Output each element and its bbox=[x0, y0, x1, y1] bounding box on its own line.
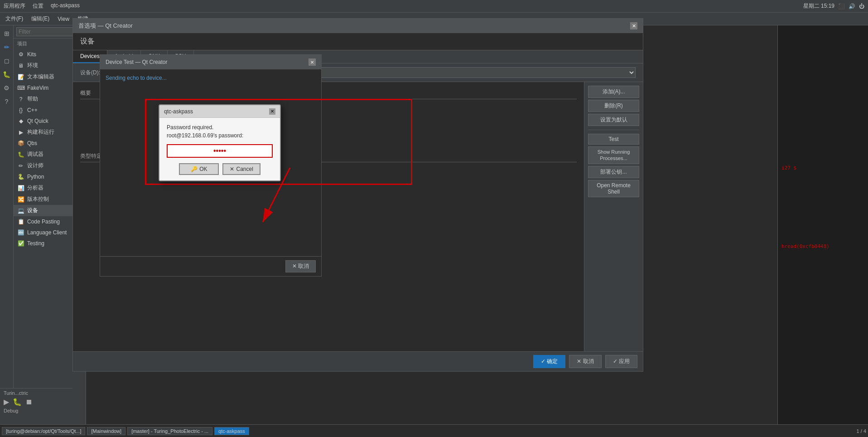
sidebar-label-help: 帮助 bbox=[27, 95, 38, 103]
sidebar-label-codepasting: Code Pasting bbox=[27, 218, 60, 225]
sidebar-label-python: Python bbox=[27, 174, 44, 180]
device-test-title: Device Test — Qt Creator bbox=[106, 59, 168, 65]
ok-checkmark-icon: 🔑 bbox=[191, 166, 198, 172]
device-test-close-button[interactable]: ✕ bbox=[309, 58, 316, 66]
deploy-key-button[interactable]: 部署公钥... bbox=[588, 166, 639, 178]
preferences-close-button[interactable]: ✕ bbox=[630, 25, 637, 29]
menu-edit[interactable]: 编辑(E) bbox=[28, 14, 53, 24]
python-icon: 🐍 bbox=[17, 173, 24, 180]
sidebar-label-languageclient: Language Client bbox=[27, 229, 67, 236]
askpass-title-bar: qtc-askpass ✕ bbox=[159, 105, 280, 118]
test-button[interactable]: Test bbox=[588, 134, 639, 145]
stop-icon[interactable]: ⏹ bbox=[25, 398, 33, 406]
app-menu[interactable]: 应用程序 bbox=[4, 2, 25, 10]
network-icon: ⬛ bbox=[838, 3, 845, 10]
sidebar-label-fakevim: FakeVim bbox=[27, 85, 48, 91]
askpass-ok-button[interactable]: 🔑 OK bbox=[179, 163, 219, 175]
debug-icons-row: ▶ 🐛 ⏹ bbox=[4, 398, 69, 406]
askpass-prompt-line2: root@192.168.0.69's password: bbox=[167, 132, 243, 139]
texteditor-icon: 📝 bbox=[17, 73, 24, 81]
taskbar-page-indicator: 1 / 4 bbox=[857, 428, 866, 434]
askpass-cancel-label: Cancel bbox=[236, 166, 253, 172]
sidebar-label-vcs: 版本控制 bbox=[27, 195, 49, 203]
menu-view[interactable]: View bbox=[54, 15, 73, 23]
sidebar-label-buildrun: 构建和运行 bbox=[27, 128, 54, 136]
add-device-button[interactable]: 添加(A)... bbox=[588, 86, 639, 98]
sidebar-label-qbs: Qbs bbox=[27, 140, 37, 146]
device-test-title-bar: Device Test — Qt Creator ✕ bbox=[100, 55, 321, 69]
sidebar-icon-debug[interactable]: 🐛 bbox=[0, 68, 13, 81]
askpass-password-input[interactable] bbox=[167, 144, 273, 158]
sidebar-icon-edit[interactable]: ✏ bbox=[0, 41, 13, 53]
terminal-line1: i27 $ bbox=[781, 165, 864, 171]
askpass-title: qtc-askpass bbox=[164, 108, 193, 115]
taskbar-item-terminal[interactable]: [turing@debian:/opt/Qt/Tools/Qt...] bbox=[2, 427, 85, 435]
sidebar-icon-projects[interactable]: ⚙ bbox=[0, 82, 13, 94]
kits-icon: ⚙ bbox=[17, 51, 24, 58]
remove-device-button[interactable]: 删除(R) bbox=[588, 100, 639, 112]
content-area: 首选项 — Qt Creator ✕ 设备 Devices Android QN… bbox=[86, 25, 868, 424]
sidebar-icon-welcome[interactable]: ⊞ bbox=[0, 27, 13, 40]
open-remote-shell-button[interactable]: Open Remote Shell bbox=[588, 180, 639, 197]
bottom-debug-panel: Turin...ctric ▶ 🐛 ⏹ Debug bbox=[0, 388, 72, 424]
askpass-body: Password required. root@192.168.0.69's p… bbox=[159, 118, 280, 180]
set-default-button[interactable]: 设置为默认 bbox=[588, 114, 639, 126]
window-name: qtc-askpass bbox=[51, 2, 80, 10]
footer-apply-button[interactable]: ✓ 应用 bbox=[605, 355, 637, 368]
env-icon: 🖥 bbox=[17, 62, 24, 69]
device-test-cancel-button[interactable]: ✕ 取消 bbox=[285, 260, 316, 272]
main-layout: ⊞ ✏ ◻ 🐛 ⚙ ? 项目 ⚙ Kits 🖥 环境 📝 文本编辑器 ⌨ Fak… bbox=[0, 25, 868, 424]
sidebar-label-designer: 设计师 bbox=[27, 162, 43, 170]
askpass-ok-label: OK bbox=[199, 166, 207, 172]
taskbar-item-askpass[interactable]: qtc-askpass bbox=[214, 427, 249, 435]
devices-right-buttons: 添加(A)... 删除(R) 设置为默认 Test Show Running P… bbox=[584, 82, 643, 351]
footer-ok-button[interactable]: ✓ 确定 bbox=[533, 355, 565, 368]
fakevim-icon: ⌨ bbox=[17, 84, 24, 92]
buildrun-icon: ▶ bbox=[17, 129, 24, 136]
footer-cancel-button[interactable]: ✕ 取消 bbox=[569, 355, 601, 368]
terminal-panel: i27 $ hread(0xcfb8448) bbox=[777, 25, 868, 424]
askpass-close-button[interactable]: ✕ bbox=[269, 108, 275, 115]
sidebar-label-devices: 设备 bbox=[27, 207, 38, 214]
debug-config-label: Debug bbox=[4, 408, 69, 413]
qbs-icon: 📦 bbox=[17, 140, 24, 147]
power-icon: ⏻ bbox=[859, 3, 864, 10]
debug-play-icon[interactable]: 🐛 bbox=[13, 398, 22, 406]
terminal-line2: hread(0xcfb8448) bbox=[781, 243, 864, 249]
sidebar-label-kits: Kits bbox=[27, 51, 36, 58]
top-bar-right: 星期二 15:19 ⬛ 🔊 ⏻ bbox=[803, 2, 864, 10]
cpp-icon: {} bbox=[17, 107, 24, 114]
menu-file[interactable]: 文件(F) bbox=[2, 14, 27, 24]
askpass-prompt: Password required. root@192.168.0.69's p… bbox=[167, 123, 273, 140]
play-icon[interactable]: ▶ bbox=[4, 398, 9, 406]
sidebar-label-qtquick: Qt Quick bbox=[27, 118, 48, 124]
codepasting-icon: 📋 bbox=[17, 218, 24, 225]
pos-menu[interactable]: 位置 bbox=[33, 2, 43, 10]
sidebar-label-env: 环境 bbox=[27, 62, 38, 69]
device-test-footer: ✕ 取消 bbox=[100, 256, 321, 276]
sidebar-label-cpp: C++ bbox=[27, 107, 38, 113]
taskbar: [turing@debian:/opt/Qt/Tools/Qt...] [Mai… bbox=[0, 424, 868, 437]
sidebar-icon-design[interactable]: ◻ bbox=[0, 54, 13, 67]
sidebar-icon-help[interactable]: ? bbox=[0, 95, 13, 108]
sidebar-label-testing: Testing bbox=[27, 240, 44, 247]
icon-sidebar: ⊞ ✏ ◻ 🐛 ⚙ ? bbox=[0, 25, 14, 424]
askpass-cancel-button[interactable]: ✕ Cancel bbox=[222, 163, 260, 175]
vcs-icon: 🔀 bbox=[17, 196, 24, 203]
taskbar-item-mainwindow[interactable]: [Mainwindow] bbox=[87, 427, 125, 435]
project-label: Turin...ctric bbox=[4, 390, 69, 396]
askpass-buttons: 🔑 OK ✕ Cancel bbox=[167, 163, 273, 175]
show-running-processes-button[interactable]: Show Running Processes... bbox=[588, 146, 639, 164]
volume-icon: 🔊 bbox=[849, 3, 855, 10]
askpass-dialog: qtc-askpass ✕ Password required. root@19… bbox=[159, 104, 281, 181]
top-bar-left: 应用程序 位置 qtc-askpass bbox=[4, 2, 80, 10]
testing-icon: ✅ bbox=[17, 240, 24, 247]
askpass-prompt-line1: Password required. bbox=[167, 124, 213, 131]
taskbar-item-project[interactable]: [master] - Turing_PhotoElectric - ... bbox=[127, 427, 212, 435]
analyzer-icon: 📊 bbox=[17, 185, 24, 192]
languageclient-icon: 🔤 bbox=[17, 229, 24, 236]
datetime-display: 星期二 15:19 bbox=[803, 2, 834, 10]
preferences-title-bar: 首选项 — Qt Creator ✕ bbox=[86, 25, 643, 33]
debugger-icon: 🐛 bbox=[17, 151, 24, 158]
designer-icon: ✏ bbox=[17, 162, 24, 170]
